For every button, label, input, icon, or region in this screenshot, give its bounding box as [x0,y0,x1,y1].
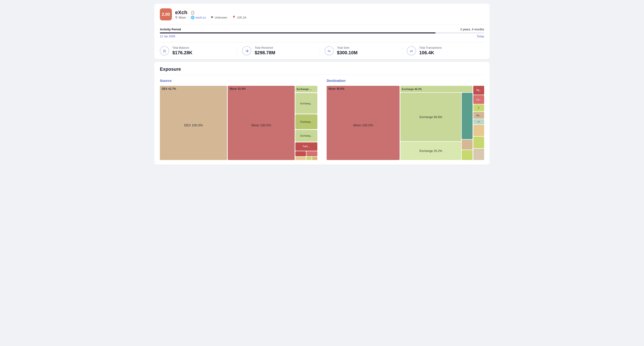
dest-h-block[interactable]: H [473,119,484,124]
source-exchange-sub1[interactable]: Exchang... [295,93,317,114]
dest-gambling-block[interactable]: Ga... [473,112,484,119]
dest-exchange-inner: Exchange 66.8% Exchange 25.2% [400,93,472,160]
activity-duration: 2 years, 4 months [460,28,484,31]
source-tiny3[interactable] [312,157,317,160]
activity-section: Activity Period 2 years, 4 months 12 Jan… [160,24,484,39]
dest-exchange-col: Exchange 46.3% Exchange 66.8% Exchange 2… [400,86,472,160]
dest-e-block[interactable]: E [473,104,484,111]
entity-meta: ⚲ Mixer 🌐 exch.cx ⚑ Unknown 📍 105.1K [175,16,246,19]
dest-exchange-tan[interactable] [462,140,472,150]
source-mixer-block[interactable]: Mixer 42.4% Mixer 100.0% [228,86,294,160]
globe-icon: 🌐 [191,16,194,19]
source-small1[interactable] [295,151,306,156]
exposure-columns: Source DEX 42.7% DEX 100.0% Mixer 42.4% … [160,79,484,160]
source-exchange-sub2[interactable]: Exchang... [295,114,317,129]
activity-end: Today [477,35,484,38]
dest-right-col: Th... Ca... E Ga... H [473,86,484,160]
sent-value: $300.10M [337,50,358,56]
stats-row: ⚖ Total Balance $176.28K ⇉ Total Receive… [160,42,484,56]
source-label: Source [160,79,317,83]
activity-dates: 12 Jan 2009 Today [160,35,484,38]
balance-icon: ⚖ [160,46,169,56]
header-card: 2.00 eXch 📋 ⚲ Mixer 🌐 exch.cx [154,4,490,59]
entity-website[interactable]: 🌐 exch.cx [191,16,206,19]
sent-icon: ⇋ [324,46,334,56]
stat-balance: ⚖ Total Balance $176.28K [160,46,238,56]
source-theft-section: Theft ... [295,142,317,160]
entity-flag: ⚑ Unknown [210,16,227,19]
source-exchange-header[interactable]: Exchange ... [295,86,317,92]
dest-exchange-secondary[interactable]: Exchange 25.2% [400,142,461,160]
source-half: Source DEX 42.7% DEX 100.0% Mixer 42.4% … [160,79,317,160]
entity-header: 2.00 eXch 📋 ⚲ Mixer 🌐 exch.cx [160,8,484,21]
dest-tiny3[interactable] [473,149,484,160]
sent-label: Total Sent [337,46,358,49]
source-tiny2[interactable] [306,157,312,160]
dest-exchange-right [462,93,472,160]
source-small2[interactable] [306,151,317,156]
dest-tiny-col [473,125,484,160]
received-label: Total Received [254,46,275,49]
mixer-icon: ⚲ [175,16,178,19]
entity-name: eXch [175,10,188,16]
source-exchange-col: Exchange ... Exchang... Exchang... Excha… [295,86,317,160]
activity-bar-fill [160,33,436,33]
dest-tiny2[interactable] [473,137,484,148]
source-theft-block[interactable]: Theft ... [295,142,317,151]
entity-type: ⚲ Mixer [175,16,186,19]
activity-start: 12 Jan 2009 [160,35,175,38]
source-exchange-sub3[interactable]: Exchang... [295,130,317,142]
transactions-value: 106.4K [419,50,442,56]
exposure-card: Exposure Source DEX 42.7% DEX 100.0% Mix… [154,62,490,165]
activity-label: Activity Period [160,28,181,31]
dest-tiny1[interactable] [473,125,484,136]
source-small-blocks [295,151,317,156]
location-icon: 📍 [232,16,236,19]
entity-tx-count: 📍 105.1K [232,16,246,19]
balance-label: Total Balance [172,46,192,49]
dest-exchange-header[interactable]: Exchange 46.3% [400,86,472,92]
stat-transactions: ⇌ Total Transactions 106.4K [407,46,484,56]
transactions-icon: ⇌ [407,46,416,56]
received-icon: ⇉ [242,46,251,56]
copy-icon[interactable]: 📋 [191,11,194,14]
stat-received: ⇉ Total Received $298.78M [242,46,320,56]
exposure-title: Exposure [160,67,484,75]
source-treemap: DEX 42.7% DEX 100.0% Mixer 42.4% Mixer 1… [160,86,317,160]
source-dex-block[interactable]: DEX 42.7% DEX 100.0% [160,86,227,160]
received-value: $298.78M [254,50,275,56]
dest-mixer-block[interactable]: Mixer 46.6% Mixer 100.0% [327,86,400,160]
dest-casino-block[interactable]: Ca... [473,95,484,104]
source-tiny-blocks [295,157,317,160]
activity-bar [160,33,484,33]
dest-treemap: Mixer 46.6% Mixer 100.0% Exchange 46.3% … [327,86,484,160]
dest-exchange-teal[interactable] [462,93,472,139]
source-tiny1[interactable] [295,157,306,160]
dest-theft-block[interactable]: Th... [473,86,484,95]
stat-sent: ⇋ Total Sent $300.10M [324,46,402,56]
dest-exchange-left: Exchange 66.8% Exchange 25.2% [400,93,461,160]
dest-exchange-yellow[interactable] [462,150,472,160]
dest-exchange-main[interactable]: Exchange 66.8% [400,93,461,141]
destination-half: Destination Mixer 46.6% Mixer 100.0% Exc… [327,79,484,160]
balance-value: $176.28K [172,50,192,56]
flag-icon: ⚑ [210,16,214,19]
transactions-label: Total Transactions [419,46,442,49]
score-badge: 2.00 [160,8,172,21]
destination-label: Destination [327,79,484,83]
